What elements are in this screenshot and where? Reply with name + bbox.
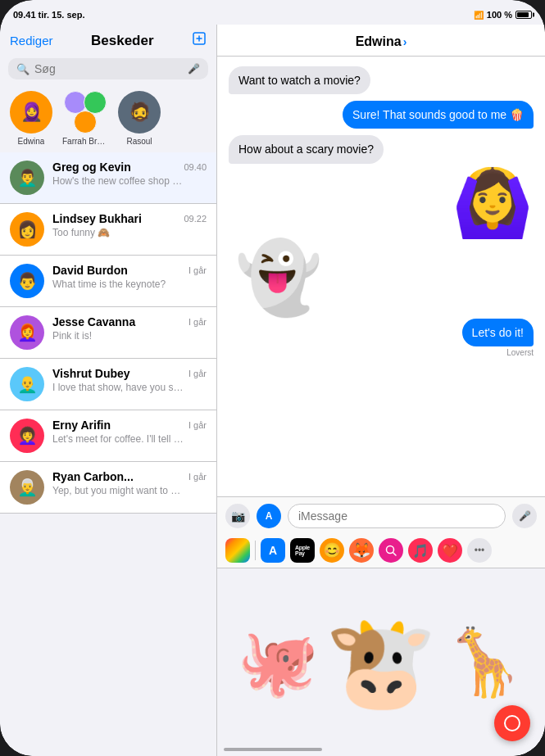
device-frame: 09.41 tir. 15. sep. 📶 100 % Rediger Besk… [0,0,545,756]
msg-preview-erny: Let's meet for coffee. I'll tell you all… [52,433,184,445]
pinned-name-farrah: Farrah Brya... [62,137,108,146]
list-item-david[interactable]: 👨 David Burdon I går What time is the ke… [0,256,216,307]
app-strip: A ApplePay 😊 🦊 🎵 ❤️ ••• [225,535,537,564]
memoji-shocked: 🙆‍♀️ [229,170,534,236]
home-indicator [224,748,322,751]
audio-button[interactable]: 🎤 [512,504,537,528]
music-strip-icon[interactable]: 🎵 [408,538,433,563]
memoji-emoji: 🙆‍♀️ [452,170,534,236]
avatar-erny: 👩‍🦱 [10,419,44,453]
bubble-lets-do-it: Let's do it! Loverst [229,319,534,357]
input-row: 📷 A 🎤 [225,504,537,528]
record-inner [504,715,520,731]
chat-chevron-icon: › [403,35,407,48]
chat-messages: Want to watch a movie? Sure! That sounds… [217,57,545,496]
search-icon: 🔍 [16,63,30,75]
memoji-strip-icon[interactable]: 😊 [320,538,344,563]
pinned-contact-rasoul[interactable]: 🧔 Rasoul [118,91,161,146]
pinned-contact-farrah[interactable]: Farrah Brya... [62,91,108,146]
messages-title: Beskeder [91,33,154,49]
pinned-contact-edwina[interactable]: 🧕 Edwina [10,91,52,146]
list-item-lindsey[interactable]: 👩 Lindsey Bukhari 09.22 Too funny 🙈 [0,204,216,256]
applepay-strip-icon[interactable]: ApplePay [290,538,315,563]
msg-name-lindsey: Lindsey Bukhari [52,212,142,225]
ghost-sticker: 👻 [235,242,534,312]
avatar-jesse: 👩‍🦰 [10,315,44,350]
imessage-input[interactable] [288,504,506,528]
status-right: 📶 100 % [474,10,532,20]
list-item-greg[interactable]: 👨‍🦱 Greg og Kevin 09.40 How's the new co… [0,152,216,204]
avatar-edwina: 🧕 [10,91,52,134]
msg-preview-greg: How's the new coffee shop by you guys? [52,175,184,187]
list-item-erny[interactable]: 👩‍🦱 Erny Arifin I går Let's meet for cof… [0,410,216,462]
pinned-name-edwina: Edwina [18,137,45,146]
status-time: 09.41 tir. 15. sep. [13,10,84,20]
msg-name-greg: Greg og Kevin [52,161,131,174]
msg-content-david: David Burdon I går What time is the keyn… [52,264,207,290]
memoji-octopus[interactable]: 🐙 [237,630,319,695]
avatar-vishrut: 👨‍🦲 [10,367,44,401]
search-input[interactable] [34,62,183,75]
search-bar[interactable]: 🔍 🎤 [8,58,208,79]
mic-icon[interactable]: 🎤 [188,63,200,75]
avatar-ryan: 👨‍🦳 [10,470,44,505]
compose-button[interactable] [192,31,207,50]
chat-header: Edwina › [217,25,545,57]
ghost-emoji: 👻 [235,242,322,312]
msg-name-jesse: Jesse Cavanna [52,315,135,328]
left-panel: Rediger Beskeder 🔍 🎤 [0,25,217,756]
bubble-sure: Sure! That sounds good to me 🍿 [229,101,534,129]
bubble-incoming-1: Want to watch a movie? [229,66,370,94]
bubble-scary: How about a scary movie? [229,135,534,163]
chat-name-text: Edwina [356,34,402,49]
list-item-ryan[interactable]: 👨‍🦳 Ryan Carbon... I går Yep, but you mi… [0,462,216,514]
msg-preview-jesse: Pink it is! [52,330,184,342]
camera-button[interactable]: 📷 [225,504,250,528]
animoji-strip-icon[interactable]: 🦊 [349,538,374,563]
msg-preview-ryan: Yep, but you might want to make it a sur… [52,485,184,496]
avatar-greg: 👨‍🦱 [10,161,44,195]
memoji-shelf: 🐙 🐮 🦒 [217,568,545,756]
bubble-outgoing-2: Let's do it! [462,319,534,346]
memoji-cow[interactable]: 🐮 [325,618,437,708]
battery-icon [515,11,532,19]
edit-button[interactable]: Rediger [10,34,53,48]
list-item-vishrut[interactable]: 👨‍🦲 Vishrut Dubey I går I love that show… [0,359,216,410]
avatar-farrah [64,91,107,134]
svg-line-2 [393,553,397,556]
msg-preview-vishrut: I love that show, have you seen the late… [52,382,184,393]
appstore-button[interactable]: A [257,504,281,528]
chat-contact-name[interactable]: Edwina › [356,34,407,49]
msg-time-vishrut: I går [188,369,207,378]
memoji-giraffe[interactable]: 🦒 [443,630,525,695]
list-item-jesse[interactable]: 👩‍🦰 Jesse Cavanna I går Pink it is! [0,307,216,359]
bubble-outgoing-1: Sure! That sounds good to me 🍿 [343,101,534,129]
left-header: Rediger Beskeder [0,25,216,55]
msg-preview-david: What time is the keynote? [52,278,184,290]
record-button[interactable] [494,705,530,741]
right-panel: Edwina › Want to watch a movie? Sure! Th… [217,25,545,756]
bubble-label-loverst: Loverst [506,348,534,357]
msg-time-jesse: I går [188,317,207,327]
msg-name-david: David Burdon [52,264,128,277]
bubble-incoming-2: How about a scary movie? [229,135,384,163]
strip-divider-1 [255,541,256,560]
avatar-lindsey: 👩 [10,212,44,247]
photos-strip-icon[interactable] [225,538,250,563]
heart-strip-icon[interactable]: ❤️ [438,538,462,563]
pinned-contacts: 🧕 Edwina Farrah Brya... 🧔 [0,86,216,152]
search-strip-icon[interactable] [379,538,403,563]
msg-content-lindsey: Lindsey Bukhari 09.22 Too funny 🙈 [52,212,207,238]
more-strip-icon[interactable]: ••• [467,538,492,563]
bubble-want-movie: Want to watch a movie? [229,66,534,94]
msg-time-ryan: I går [188,472,207,482]
msg-content-jesse: Jesse Cavanna I går Pink it is! [52,315,207,342]
msg-content-ryan: Ryan Carbon... I går Yep, but you might … [52,470,207,496]
pinned-name-rasoul: Rasoul [126,137,152,146]
message-list: 👨‍🦱 Greg og Kevin 09.40 How's the new co… [0,152,216,756]
msg-name-erny: Erny Arifin [52,419,111,432]
appstore-strip-icon[interactable]: A [261,538,285,563]
msg-name-vishrut: Vishrut Dubey [52,367,130,380]
avatar-rasoul: 🧔 [118,91,161,134]
msg-time-greg: 09.40 [184,162,207,172]
